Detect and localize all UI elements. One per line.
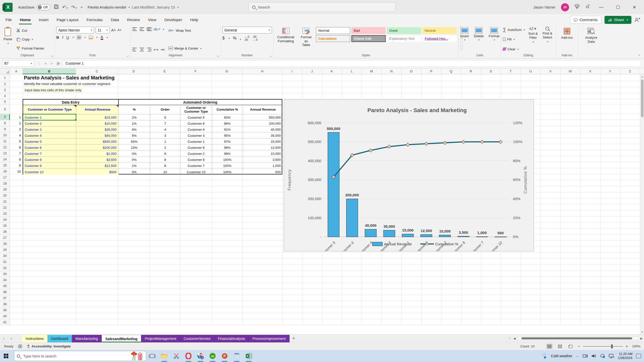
cell-D9[interactable]: 4% [119,127,150,133]
cell-H12[interactable]: 12,500 [243,145,283,151]
cell-C12[interactable]: $200,000 [76,145,119,151]
cell-D15[interactable]: 1% [119,163,150,169]
row-header-2[interactable]: 2 [0,81,10,87]
find-select-button[interactable]: Find & Select▾ [541,27,554,43]
row-header-24[interactable]: 24 [0,217,10,223]
accounting-format-icon[interactable]: $ [222,36,225,40]
autosave-toggle[interactable]: Off [36,4,50,10]
row-header-35[interactable]: 35 [0,283,10,289]
cell-A7[interactable]: 1 [10,114,22,120]
row-header-11[interactable]: 11 [0,138,10,144]
table-header-customer[interactable]: Customer or Customer Type [23,105,76,115]
sheet-subtitle-cell[interactable]: Identify the most valuable customer or c… [24,81,111,87]
column-header-N[interactable]: N [382,68,401,74]
table-header-cumulative[interactable]: Cumulative % [212,105,243,115]
scroll-down-icon[interactable]: ▼ [640,330,644,334]
sheet-title-cell[interactable]: Pareto Analysis - Sales and Marketing [24,74,115,81]
cell-A16[interactable]: 10 [10,168,22,174]
page-break-view-button[interactable] [567,344,574,349]
table-header-ordered_customer[interactable]: Customer or Customer Type [181,105,212,115]
speaker-icon[interactable] [591,354,596,358]
row-header-18[interactable]: 18 [0,180,10,187]
file-explorer-button[interactable] [158,350,170,362]
column-header-O[interactable]: O [401,68,421,74]
cell-C15[interactable]: $12,500 [76,163,119,169]
cell-A8[interactable]: 2 [10,120,22,126]
insert-function-icon[interactable]: fx [57,61,60,66]
cell-D11[interactable]: 63% [119,139,150,145]
cell-C10[interactable]: $40,000 [76,133,119,139]
table-header-order[interactable]: Order [150,105,181,115]
clear-button[interactable]: Clear▾ [503,47,525,52]
cut-button[interactable]: Cut [16,27,44,34]
cell-F9[interactable]: Customer 4 [181,127,212,133]
cell-E15[interactable]: 6 [150,163,181,169]
cell-C9[interactable]: $35,000 [76,127,119,133]
cell-F14[interactable]: Customer 8 [181,157,212,163]
decrease-font-icon[interactable]: A˅ [117,28,122,32]
line-marker-icon[interactable] [499,140,502,144]
tab-scroll-right-icon[interactable]: › [8,335,15,342]
notification-center-icon[interactable] [636,354,641,358]
row-header-5[interactable]: 5 [0,99,10,105]
row-header-38[interactable]: 38 [0,301,10,307]
cancel-entry-icon[interactable]: × [45,61,47,66]
row-header-39[interactable]: 39 [0,307,10,313]
menu-tab-view[interactable]: View [144,14,160,25]
bar-Customer-3[interactable] [383,230,395,237]
bar-Customer-1[interactable] [402,234,414,237]
row-header-33[interactable]: 33 [0,271,10,277]
restore-button[interactable] [612,2,623,12]
quick-access-menu-icon[interactable]: ≂ [80,5,83,9]
cell-H16[interactable]: 500 [243,169,283,175]
chart-canvas[interactable]: Pareto Analysis - Sales and Marketing-0%… [284,100,534,251]
network-icon[interactable] [609,354,614,358]
cell-A12[interactable]: 6 [10,144,22,150]
cell-B11[interactable]: Customer 5 [23,139,76,145]
column-header-L[interactable]: L [342,68,362,74]
select-all-corner[interactable] [0,68,10,74]
zoom-level[interactable]: 100% [632,344,640,348]
onedrive-icon[interactable]: i [600,354,605,358]
row-header-34[interactable]: 34 [0,277,10,283]
cell-G10[interactable]: 95% [212,133,243,139]
decrease-indent-icon[interactable]: ⇤≡ [154,48,158,52]
sheet-tab-manufacturing[interactable]: Manufacturing [72,335,102,342]
share-button[interactable]: Share ▾ [605,16,631,24]
cell-C16[interactable]: $500 [76,169,119,175]
menu-tab-developer[interactable]: Developer [160,14,186,25]
cell-G9[interactable]: 91% [212,127,243,133]
cumulative-line[interactable] [334,142,501,177]
cell-F11[interactable]: Customer 1 [181,139,212,145]
cell-B9[interactable]: Customer 3 [23,127,76,133]
row-header-29[interactable]: 29 [0,247,10,253]
number-format-select[interactable]: General▾ [222,27,272,33]
line-marker-icon[interactable] [387,145,391,148]
line-marker-icon[interactable] [462,140,465,144]
merge-center-button[interactable]: Merge & Center▾ [168,45,202,52]
user-name[interactable]: Jason Varner [533,5,555,9]
table-header-revenue[interactable]: Annual Revenue [76,105,119,115]
normal-view-button[interactable] [546,344,553,349]
cell-A11[interactable]: 5 [10,138,22,144]
cell-C7[interactable]: $15,000 [76,115,119,121]
sheet-note-cell[interactable]: Input data into cells of this shade only… [24,88,83,93]
cell-style-neutral[interactable]: Neutral [422,27,457,34]
row-header-12[interactable]: 12 [0,144,10,150]
bar-Customer-8[interactable] [458,236,469,237]
powerpoint-button[interactable]: P [219,350,231,362]
cell-D7[interactable]: 2% [119,115,150,121]
bold-button[interactable]: B [56,35,59,39]
row-header-17[interactable]: 17 [0,174,10,180]
table-header-ordered_revenue[interactable]: Annual Revenue [243,105,283,115]
chrome-button[interactable]: J [194,350,207,362]
cell-C8[interactable]: $10,000 [76,121,119,127]
cell-F12[interactable]: Customer 9 [181,145,212,151]
excel-taskbar-button[interactable]: X [243,350,255,362]
bar-Customer-2[interactable] [439,235,451,237]
cell-style-checkcell[interactable]: Check Cell [351,35,386,42]
sheet-tab-salesandmarketing[interactable]: SalesandMarketing [102,335,141,342]
cell-style-bad[interactable]: Bad [351,27,386,34]
orientation-icon[interactable]: ab↗ [154,27,160,31]
table-header-pct[interactable]: % [119,105,150,115]
